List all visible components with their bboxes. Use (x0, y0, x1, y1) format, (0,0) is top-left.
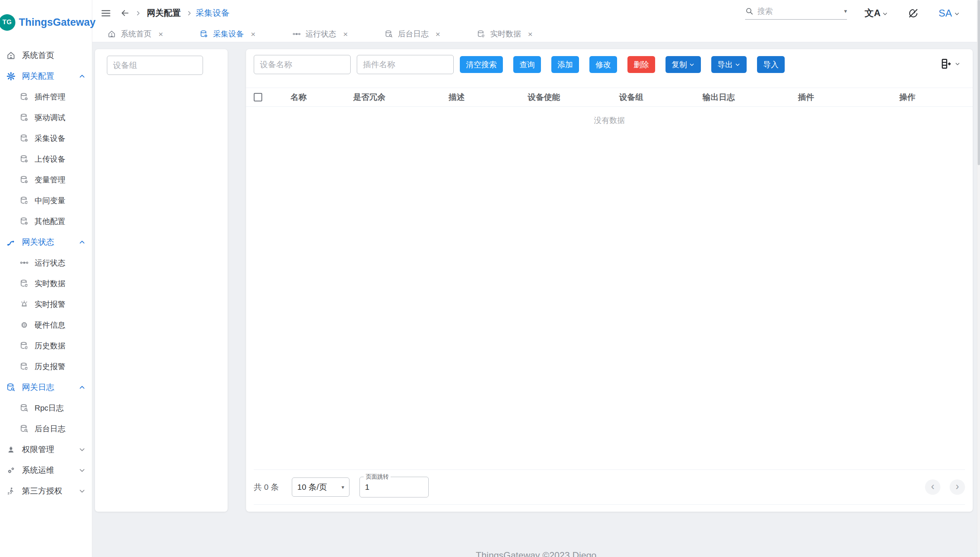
header-actions: ▾ 文A SA (745, 7, 960, 20)
search-icon (745, 7, 754, 15)
select-all-checkbox[interactable] (254, 93, 262, 101)
chevron-down-icon (78, 487, 86, 495)
scrollbar-thumb[interactable] (978, 0, 980, 165)
tab-home[interactable]: 系统首页× (108, 29, 163, 39)
chevron-up-icon (78, 239, 86, 246)
sidebar-section-system-ops[interactable]: 系统运维 (0, 460, 92, 481)
db-search-icon (385, 30, 393, 38)
sidebar-item-other-config[interactable]: 其他配置 (0, 211, 92, 232)
plugin-name-input[interactable] (357, 60, 453, 69)
brand-logo: TG (0, 14, 15, 31)
tab-collect-device[interactable]: 采集设备× (200, 29, 255, 39)
sidebar-item-collect-device[interactable]: 采集设备 (0, 128, 92, 149)
sidebar-item-driver-debug[interactable]: 驱动调试 (0, 107, 92, 128)
brand[interactable]: TG ThingsGateway (0, 14, 96, 31)
column-header-operation: 操作 (850, 92, 965, 103)
sidebar-item-rpc-log[interactable]: Rpc日志 (0, 398, 92, 418)
back-arrow-icon[interactable] (120, 8, 130, 18)
page-size-select[interactable]: 10 条/页 ▾ (292, 477, 349, 497)
column-header-device-enable: 设备使能 (500, 92, 587, 103)
device-group-input[interactable] (107, 61, 203, 70)
translate-icon: 文A (865, 8, 880, 18)
copy-dropdown-button[interactable]: 复制 (666, 56, 701, 73)
db-refresh-icon (20, 362, 28, 371)
device-name-search[interactable] (254, 55, 351, 74)
clear-search-button[interactable]: 清空搜索 (460, 56, 503, 73)
user-menu[interactable]: SA (938, 7, 960, 19)
db-refresh-icon (477, 30, 485, 38)
add-button[interactable]: 添加 (551, 56, 579, 73)
db-refresh-icon (20, 196, 28, 205)
db-gear-icon (20, 176, 28, 184)
chevron-right-icon (186, 10, 193, 17)
sidebar-section-third-party-auth[interactable]: 第三方授权 (0, 481, 92, 501)
sidebar-section-gateway-config[interactable]: 网关配置 (0, 66, 92, 86)
sidebar-section-permission-manage[interactable]: 权限管理 (0, 439, 92, 460)
close-icon[interactable]: × (251, 30, 255, 38)
db-refresh-icon (20, 341, 28, 350)
alarm-icon (20, 300, 28, 308)
db-gear-icon (20, 155, 28, 163)
device-name-input[interactable] (254, 60, 350, 69)
global-search[interactable]: ▾ (745, 7, 847, 20)
device-group-search[interactable] (107, 56, 203, 75)
next-page-button[interactable]: › (950, 479, 965, 495)
db-gear-icon (20, 134, 28, 143)
page-jump-input[interactable] (360, 482, 428, 492)
tab-bar: 系统首页× 采集设备× 运行状态× 后台日志× 实时数据× (92, 26, 980, 42)
sidebar-item-history-data[interactable]: 历史数据 (0, 335, 92, 356)
sidebar-item-home[interactable]: 系统首页 (0, 45, 92, 66)
pagination-bar: 共 0 条 10 条/页 ▾ 页面跳转 ‹ › (254, 469, 965, 505)
chip-icon (20, 321, 28, 329)
close-icon[interactable]: × (436, 30, 440, 38)
export-dropdown-button[interactable]: 导出 (711, 56, 747, 73)
top-header: 网关配置 采集设备 ▾ 文A SA (92, 0, 980, 26)
breadcrumb-gateway-config[interactable]: 网关配置 (147, 7, 181, 19)
column-settings[interactable] (940, 58, 960, 70)
chevron-down-icon (78, 467, 86, 474)
prev-page-button[interactable]: ‹ (925, 479, 940, 495)
tab-running-status[interactable]: 运行状态× (293, 29, 348, 39)
column-header-redundant: 是否冗余 (326, 92, 413, 103)
sidebar-item-upload-device[interactable]: 上传设备 (0, 149, 92, 169)
tab-backend-log[interactable]: 后台日志× (385, 29, 440, 39)
close-icon[interactable]: × (528, 30, 532, 38)
table-header-row: 名称 是否冗余 描述 设备使能 设备组 输出日志 插件 操作 (246, 88, 973, 107)
sidebar-section-gateway-status[interactable]: 网关状态 (0, 232, 92, 252)
theme-toggle-icon[interactable] (908, 8, 918, 18)
tab-realtime-data[interactable]: 实时数据× (477, 29, 532, 39)
close-icon[interactable]: × (158, 30, 163, 38)
header-checkbox-cell (254, 93, 271, 101)
db-gear-icon (20, 113, 28, 122)
plugin-name-search[interactable] (357, 55, 454, 74)
footer-copyright: ThingsGateway ©2023 Diego (92, 550, 980, 557)
page-jump-field[interactable]: 页面跳转 (359, 477, 429, 497)
delete-button[interactable]: 删除 (627, 56, 655, 73)
sidebar-item-running-status[interactable]: 运行状态 (0, 252, 92, 273)
sidebar-item-history-alarm[interactable]: 历史报警 (0, 356, 92, 377)
sidebar-item-realtime-data[interactable]: 实时数据 (0, 273, 92, 294)
chevron-down-icon (955, 61, 960, 67)
vertical-scrollbar[interactable] (977, 0, 980, 557)
sidebar-section-gateway-log[interactable]: 网关日志 (0, 377, 92, 398)
global-search-input[interactable] (757, 7, 823, 16)
hamburger-menu-icon[interactable] (101, 8, 111, 18)
empty-state-text: 没有数据 (246, 115, 973, 126)
sidebar-item-backend-log[interactable]: 后台日志 (0, 418, 92, 439)
close-icon[interactable]: × (343, 30, 348, 38)
query-button[interactable]: 查询 (513, 56, 541, 73)
sidebar-item-hardware-info[interactable]: 硬件信息 (0, 315, 92, 335)
language-switcher[interactable]: 文A (865, 8, 888, 18)
edit-button[interactable]: 修改 (589, 56, 617, 73)
sidebar-item-plugin-manage[interactable]: 插件管理 (0, 86, 92, 107)
column-header-output-log: 输出日志 (675, 92, 762, 103)
sidebar-item-variable-manage[interactable]: 变量管理 (0, 169, 92, 190)
table-columns-plus-icon (940, 58, 952, 70)
caret-down-icon[interactable]: ▾ (844, 8, 847, 15)
page-size-value: 10 条/页 (297, 482, 327, 492)
sidebar-item-intermediate-variable[interactable]: 中间变量 (0, 190, 92, 211)
import-button[interactable]: 导入 (757, 56, 785, 73)
breadcrumb-collect-device: 采集设备 (196, 7, 230, 19)
sidebar-item-realtime-alarm[interactable]: 实时报警 (0, 294, 92, 315)
device-group-panel (95, 49, 228, 512)
